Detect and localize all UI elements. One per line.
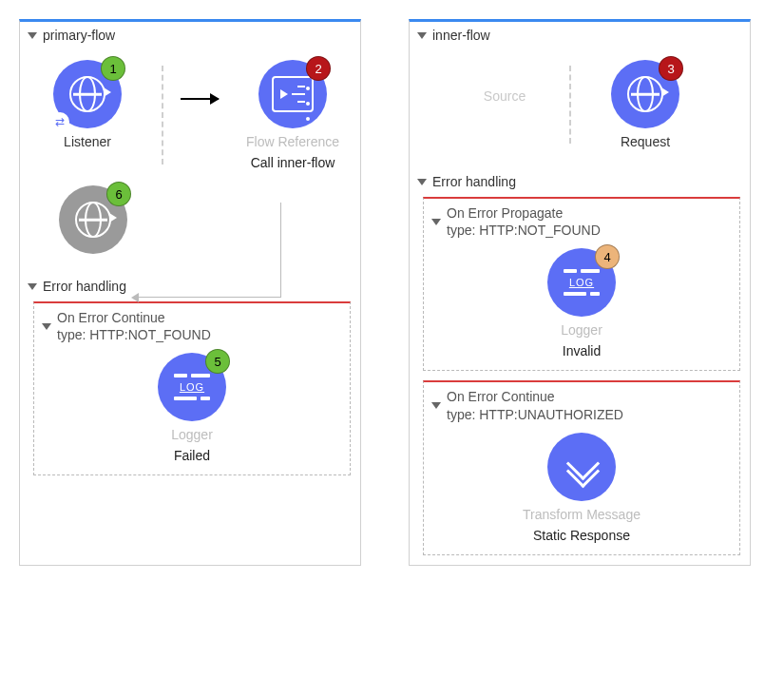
- globe-icon: [75, 202, 111, 238]
- error-section-header[interactable]: Error handling: [410, 170, 750, 193]
- step-badge: 6: [106, 182, 131, 206]
- transform-icon: [563, 448, 601, 486]
- node-type-label: Logger: [171, 427, 213, 442]
- step-badge: 2: [306, 56, 331, 81]
- flow-title: primary-flow: [43, 28, 115, 43]
- handler-type: type: HTTP:NOT_FOUND: [57, 326, 211, 343]
- flow-panel-inner[interactable]: inner-flow Source 3 Request: [409, 19, 751, 566]
- flow-body: ⇄ 1 Listener: [20, 43, 360, 269]
- source-divider: [569, 66, 571, 144]
- handler-header[interactable]: On Error Continue type: HTTP:UNAUTHORIZE…: [431, 388, 732, 422]
- chevron-down-icon: [431, 219, 441, 225]
- globe-icon: [627, 76, 663, 112]
- handler-kind: On Error Continue: [447, 388, 623, 405]
- step-badge: 1: [101, 56, 125, 81]
- globe-icon: [69, 76, 105, 112]
- step-badge: 3: [659, 56, 683, 81]
- node-display-name: Static Response: [533, 528, 630, 543]
- on-error-continue-box[interactable]: On Error Continue type: HTTP:UNAUTHORIZE…: [423, 380, 740, 554]
- node-listener-return[interactable]: 6: [50, 185, 136, 254]
- node-transform-message[interactable]: Transform Message Static Response: [506, 433, 658, 543]
- chevron-down-icon: [28, 32, 37, 39]
- on-error-propagate-box[interactable]: On Error Propagate type: HTTP:NOT_FOUND …: [423, 197, 740, 371]
- chevron-down-icon: [42, 323, 51, 330]
- error-handling-section: Error handling On Error Propagate type: …: [410, 170, 750, 555]
- node-http-request[interactable]: 3 Request: [588, 60, 702, 149]
- node-type-label: Request: [621, 134, 670, 149]
- node-logger[interactable]: LOG 5 Logger Failed: [135, 353, 249, 463]
- error-handling-section: Error handling On Error Continue type: H…: [20, 275, 360, 475]
- handler-type: type: HTTP:NOT_FOUND: [447, 222, 601, 239]
- chevron-down-icon: [417, 179, 427, 185]
- chevron-down-icon: [28, 283, 37, 290]
- process-scope: Source 3 Request: [419, 50, 740, 155]
- node-type-label: Logger: [561, 322, 602, 338]
- process-scope: ⇄ 1 Listener: [29, 50, 351, 176]
- handler-header[interactable]: On Error Continue type: HTTP:NOT_FOUND: [42, 309, 342, 343]
- node-flow-reference[interactable]: 2 Flow Reference Call inner-flow: [236, 60, 350, 170]
- error-section-title: Error handling: [432, 174, 516, 189]
- step-badge: 4: [595, 244, 620, 269]
- on-error-continue-box[interactable]: On Error Continue type: HTTP:NOT_FOUND L…: [33, 301, 351, 475]
- handler-kind: On Error Propagate: [447, 204, 601, 222]
- flow-header[interactable]: inner-flow: [410, 22, 750, 43]
- node-display-name: Invalid: [563, 343, 601, 358]
- source-placeholder: Source: [457, 60, 552, 104]
- node-type-label: Flow Reference: [246, 134, 339, 149]
- chevron-down-icon: [417, 32, 427, 39]
- logger-icon: LOG: [171, 371, 213, 403]
- handler-type: type: HTTP:UNAUTHORIZED: [447, 406, 623, 423]
- handler-kind: On Error Continue: [57, 309, 211, 326]
- node-http-listener[interactable]: ⇄ 1 Listener: [30, 60, 144, 149]
- step-badge: 5: [205, 349, 230, 374]
- diagram-canvas: primary-flow ⇄ 1 Listener: [19, 19, 765, 566]
- handler-header[interactable]: On Error Propagate type: HTTP:NOT_FOUND: [431, 204, 732, 239]
- node-display-name: Failed: [174, 448, 210, 463]
- node-display-name: Call inner-flow: [251, 155, 335, 170]
- node-type-label: Transform Message: [523, 507, 641, 522]
- chevron-down-icon: [431, 402, 441, 409]
- flow-reference-icon: [272, 76, 314, 112]
- flow-header[interactable]: primary-flow: [20, 22, 360, 43]
- node-logger[interactable]: LOG 4 Logger Invalid: [525, 248, 639, 358]
- exchange-icon: ⇄: [50, 112, 69, 131]
- flow-panel-primary[interactable]: primary-flow ⇄ 1 Listener: [19, 19, 361, 566]
- error-section-title: Error handling: [43, 279, 126, 294]
- flow-body: Source 3 Request: [410, 43, 750, 165]
- source-divider: [162, 66, 163, 165]
- return-row: 6: [29, 176, 351, 260]
- logger-icon: LOG: [561, 266, 602, 299]
- arrow-right-icon: [181, 98, 219, 100]
- flow-title: inner-flow: [432, 28, 490, 43]
- node-type-label: Listener: [64, 134, 111, 149]
